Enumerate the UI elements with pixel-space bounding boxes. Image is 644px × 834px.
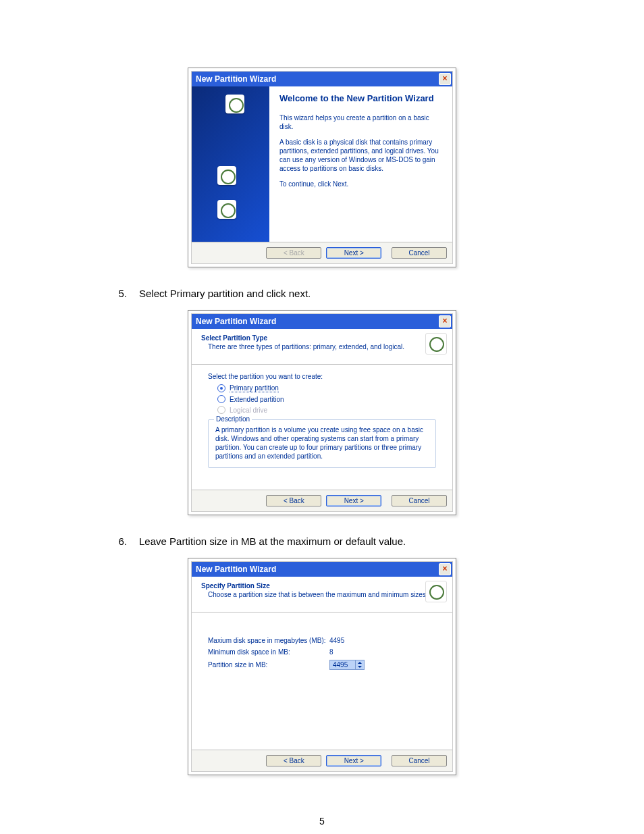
close-icon[interactable]: × (439, 73, 451, 85)
input-value: 4495 (333, 661, 348, 669)
wizard-text: A basic disk is a physical disk that con… (279, 138, 442, 173)
disk-icon (425, 333, 447, 355)
step-text: Leave Partition size in MB at the maximu… (139, 536, 406, 547)
back-button: < Back (266, 247, 321, 259)
field-value: 8 (329, 648, 333, 656)
header-title: Specify Partition Size (201, 582, 446, 590)
max-disk-space-row: Maxium disk space in megabytes (MB): 449… (208, 637, 436, 644)
description-group: Description A primary partition is a vol… (208, 419, 436, 468)
radio-icon (217, 384, 225, 392)
cancel-button[interactable]: Cancel (392, 755, 447, 766)
header-title: Select Partition Type (201, 334, 446, 342)
screenshot-welcome-wizard: New Partition Wizard × Welcome to the Ne… (188, 68, 456, 267)
wizard-header: Select Partition Type There are three ty… (192, 329, 452, 365)
instruction-step: 5. Select Primary partition and click ne… (115, 288, 644, 299)
group-legend: Description (214, 415, 252, 423)
wizard-text: To continue, click Next. (279, 180, 442, 188)
back-button[interactable]: < Back (266, 755, 321, 766)
partition-size-row: Partition size in MB: 4495 (208, 660, 436, 670)
page-number: 5 (0, 816, 644, 827)
next-button[interactable]: Next > (326, 495, 381, 506)
field-value: 4495 (329, 637, 344, 644)
disk-icon (217, 200, 236, 219)
radio-icon (217, 406, 225, 414)
titlebar: New Partition Wizard × (192, 72, 452, 86)
wizard-header: Specify Partition Size Choose a partitio… (192, 577, 452, 613)
radio-icon (217, 395, 225, 403)
step-number: 6. (115, 536, 127, 547)
instruction-step: 6. Leave Partition size in MB at the max… (115, 536, 644, 547)
prompt-text: Select the partition you want to create: (208, 373, 436, 380)
button-bar: < Back Next > Cancel (192, 490, 452, 511)
titlebar: New Partition Wizard × (192, 562, 452, 577)
close-icon[interactable]: × (439, 315, 451, 328)
step-number: 5. (115, 288, 127, 299)
field-label: Minimum disk space in MB: (208, 648, 329, 656)
wizard-side-graphic (192, 86, 269, 242)
field-label: Partition size in MB: (208, 661, 329, 669)
screenshot-specify-partition-size: New Partition Wizard × Specify Partition… (188, 558, 456, 775)
cancel-button[interactable]: Cancel (392, 247, 447, 259)
header-subtitle: Choose a partition size that is between … (208, 591, 446, 598)
disk-icon (425, 581, 447, 602)
min-disk-space-row: Minimum disk space in MB: 8 (208, 648, 436, 656)
spinner-arrows-icon[interactable] (355, 660, 364, 669)
button-bar: < Back Next > Cancel (192, 750, 452, 771)
wizard-heading: Welcome to the New Partition Wizard (279, 93, 442, 104)
cancel-button[interactable]: Cancel (392, 495, 447, 506)
radio-extended-partition[interactable]: Extended partition (217, 395, 436, 403)
window-title: New Partition Wizard (196, 317, 276, 326)
partition-size-input[interactable]: 4495 (329, 660, 365, 670)
next-button[interactable]: Next > (326, 755, 381, 766)
radio-primary-partition[interactable]: Primary partition (217, 384, 436, 392)
wizard-text: This wizard helps you create a partition… (279, 113, 442, 131)
titlebar: New Partition Wizard × (192, 314, 452, 329)
window-title: New Partition Wizard (196, 74, 276, 84)
screenshot-select-partition-type: New Partition Wizard × Select Partition … (188, 310, 456, 515)
back-button[interactable]: < Back (266, 495, 321, 506)
radio-label: Primary partition (230, 384, 279, 392)
radio-logical-drive: Logical drive (217, 406, 436, 414)
description-text: A primary partition is a volume you crea… (215, 425, 429, 461)
button-bar: < Back Next > Cancel (192, 242, 452, 263)
window-title: New Partition Wizard (196, 565, 276, 574)
radio-label: Extended partition (230, 396, 284, 403)
field-label: Maxium disk space in megabytes (MB): (208, 637, 329, 644)
next-button[interactable]: Next > (326, 247, 381, 259)
disk-icon (217, 166, 236, 185)
step-text: Select Primary partition and click next. (139, 288, 311, 299)
radio-label: Logical drive (230, 407, 267, 414)
close-icon[interactable]: × (439, 563, 451, 575)
header-subtitle: There are three types of partitions: pri… (208, 343, 446, 350)
disk-icon (225, 95, 244, 113)
